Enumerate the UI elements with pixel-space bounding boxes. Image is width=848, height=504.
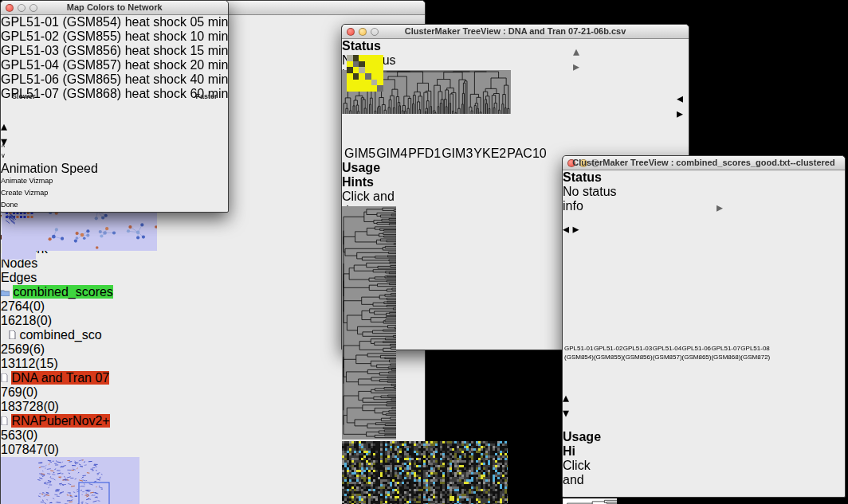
- row-dendrogram[interactable]: [342, 206, 398, 441]
- column-label[interactable]: PAC10: [507, 147, 547, 161]
- slower-label: Slower: [12, 92, 36, 100]
- treeview2-title: ClusterMaker TreeView : combined_scores_…: [563, 158, 845, 167]
- zoom-heatmap-matrix[interactable]: [347, 55, 383, 92]
- column-label[interactable]: GIM5: [344, 147, 375, 161]
- column-label[interactable]: GPL51-02 (GSM855): [594, 344, 623, 361]
- splitter-arrows[interactable]: ▴▸: [573, 44, 579, 74]
- matrix-cell: [377, 73, 383, 80]
- attribute-item[interactable]: GPL51-02 (GSM855) heat shock 10 min: [1, 29, 228, 44]
- column-label[interactable]: GIM4: [376, 147, 407, 161]
- dialog-title: Map Colors to Network: [1, 2, 228, 12]
- matrix-cell: [365, 61, 371, 68]
- matrix-cell: [347, 61, 353, 68]
- zoom-column-labels: GIM5GIM4PFD1GIM3YKE2PAC10: [342, 115, 393, 161]
- attribute-item[interactable]: GPL51-04 (GSM857) heat shock 20 min: [1, 58, 228, 72]
- matrix-cell: [359, 61, 365, 68]
- column-label[interactable]: GPL51-03 (GSM856): [623, 344, 653, 361]
- folder-icon: [1, 289, 10, 296]
- document-icon: [9, 330, 16, 339]
- matrix-cell: [347, 80, 353, 86]
- matrix-cell: [371, 55, 378, 61]
- dialog-titlebar[interactable]: Map Colors to Network: [1, 1, 228, 15]
- matrix-cell: [371, 85, 378, 92]
- column-label[interactable]: GPL51-04 (GSM857): [653, 344, 682, 361]
- matrix-cell: [347, 73, 353, 80]
- matrix-cell: [377, 85, 383, 92]
- column-label[interactable]: PFD1: [408, 147, 441, 161]
- column-label[interactable]: GPL51-08 (GSM872): [740, 344, 770, 361]
- matrix-cell: [353, 85, 359, 92]
- matrix-cell: [371, 61, 378, 68]
- matrix-cell: [359, 73, 365, 80]
- splitter-arrow[interactable]: ▸: [716, 200, 723, 215]
- column-labels-vscrollbar[interactable]: ▴▾: [563, 361, 573, 430]
- row-dendrogram[interactable]: [563, 498, 618, 504]
- attribute-item[interactable]: GPL51-03 (GSM856) heat shock 15 min: [1, 44, 228, 58]
- matrix-cell: [347, 55, 353, 61]
- animation-speed-label: Animation Speed: [1, 162, 228, 176]
- column-label[interactable]: GPL51-06 (GSM865): [682, 344, 712, 361]
- matrix-cell: [353, 73, 359, 80]
- attribute-item[interactable]: GPL51-06 (GSM865) heat shock 40 min: [1, 72, 228, 87]
- matrix-cell: [377, 61, 383, 68]
- global-heatmap[interactable]: [342, 441, 509, 504]
- matrix-cell: [359, 67, 365, 73]
- document-icon: [1, 373, 8, 382]
- matrix-cell: [353, 61, 359, 68]
- done-button[interactable]: Done: [1, 200, 31, 212]
- view-status-hscrollbar[interactable]: [563, 213, 601, 221]
- matrix-cell: [377, 55, 383, 61]
- treeview2-titlebar[interactable]: ClusterMaker TreeView : combined_scores_…: [563, 156, 845, 170]
- column-label[interactable]: YKE2: [473, 147, 506, 161]
- matrix-cell: [353, 80, 359, 86]
- animate-vizmap-button[interactable]: Animate Vizmap: [1, 176, 63, 188]
- treeview1-titlebar[interactable]: ClusterMaker TreeView : DNA and Tran 07-…: [342, 25, 689, 39]
- attribute-item[interactable]: GPL51-01 (GSM854) heat shock 05 min: [1, 15, 228, 29]
- matrix-cell: [359, 80, 365, 86]
- column-label[interactable]: GPL51-01 (GSM854): [564, 344, 594, 361]
- faster-label: Faster: [195, 92, 217, 100]
- usage-hints-panel: Usage Hi Click and: [563, 430, 603, 498]
- column-label[interactable]: GIM3: [442, 147, 473, 161]
- map-colors-dialog: Map Colors to Network Attribute List GPL…: [0, 0, 229, 213]
- usage-hints-panel: Usage Hints Click and drag tc: [342, 161, 395, 206]
- move-up-button[interactable]: ∧: [1, 141, 25, 151]
- scroll-arrows[interactable]: ◂ ▸: [677, 91, 689, 121]
- matrix-cell: [359, 55, 365, 61]
- matrix-cell: [371, 67, 378, 73]
- matrix-cell: [377, 67, 383, 73]
- column-labels: GPL51-01 (GSM854)GPL51-02 (GSM855)GPL51-…: [563, 293, 631, 361]
- attribute-list: GPL51-01 (GSM854) heat shock 05 minGPL51…: [1, 15, 228, 101]
- treeview-window-combined: ClusterMaker TreeView : combined_scores_…: [562, 155, 846, 498]
- create-vizmap-button[interactable]: Create Vizmap: [1, 188, 57, 200]
- attribute-list-vscrollbar[interactable]: ▴▾: [1, 101, 9, 141]
- matrix-cell: [365, 73, 371, 80]
- matrix-cell: [353, 55, 359, 61]
- move-down-button[interactable]: ∨: [1, 151, 25, 162]
- matrix-cell: [371, 80, 378, 86]
- usage-hints-hscrollbar[interactable]: [563, 487, 598, 495]
- treeview1-title: ClusterMaker TreeView : DNA and Tran 07-…: [342, 26, 689, 36]
- matrix-cell: [365, 55, 371, 61]
- matrix-cell: [365, 85, 371, 92]
- matrix-cell: [365, 67, 371, 73]
- matrix-cell: [347, 67, 353, 73]
- desktop: Cytoscape Desktop (Session Name: collins…: [0, 0, 848, 504]
- matrix-cell: [347, 85, 353, 92]
- matrix-cell: [371, 73, 378, 80]
- document-icon: [1, 416, 8, 425]
- matrix-cell: [359, 85, 365, 92]
- column-label[interactable]: GPL51-07 (GSM868): [711, 344, 740, 361]
- matrix-cell: [365, 80, 371, 86]
- matrix-cell: [353, 67, 359, 73]
- matrix-cell: [377, 80, 383, 86]
